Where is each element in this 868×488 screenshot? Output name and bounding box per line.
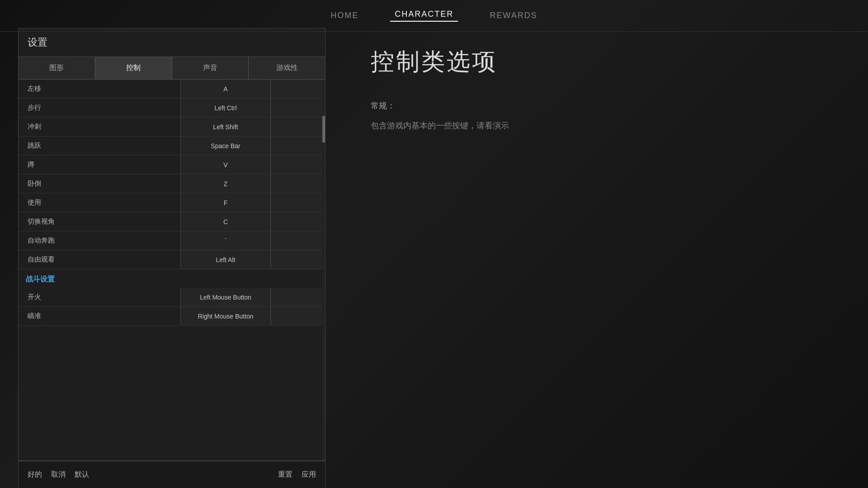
tab-audio[interactable]: 声音 — [172, 57, 249, 79]
key-primary[interactable]: Space Bar — [180, 136, 271, 155]
key-primary[interactable]: Left Shift — [180, 117, 271, 136]
bottom-right-actions: 重置 应用 — [278, 470, 316, 479]
reset-button[interactable]: 重置 — [278, 470, 292, 479]
right-section-label: 常规： — [371, 100, 823, 111]
combat-section-header: 战斗设置 — [19, 269, 325, 288]
keybind-row-toggle-view: 切换视角 C — [19, 212, 325, 231]
key-primary[interactable]: A — [180, 80, 271, 98]
key-secondary[interactable] — [271, 155, 325, 174]
action-label: 步行 — [19, 103, 180, 112]
keybind-row-crouch: 蹲 V — [19, 155, 325, 174]
right-description: 包含游戏内基本的一些按键，请看演示 — [371, 118, 823, 133]
key-primary[interactable]: Z — [180, 174, 271, 193]
settings-panel: 设置 图形 控制 声音 游戏性 左移 A 步行 Left Ctrl 冲刺 Lef… — [18, 28, 326, 461]
keybind-row-use: 使用 F — [19, 193, 325, 212]
key-primary[interactable]: V — [180, 155, 271, 174]
key-secondary[interactable] — [271, 250, 325, 269]
key-secondary[interactable] — [271, 99, 325, 117]
right-panel-title: 控制类选项 — [371, 46, 823, 78]
bottom-left-actions: 好的 取消 默认 — [28, 470, 89, 479]
key-primary[interactable]: C — [180, 212, 271, 231]
action-label: 卧倒 — [19, 179, 180, 188]
settings-title: 设置 — [19, 28, 325, 57]
action-label: 使用 — [19, 198, 180, 207]
keybind-row-free-look: 自由观看 Left Alt — [19, 250, 325, 269]
cancel-button[interactable]: 取消 — [51, 470, 66, 479]
keybind-row-jump: 跳跃 Space Bar — [19, 136, 325, 155]
key-secondary[interactable] — [271, 288, 325, 306]
right-panel: 控制类选项 常规： 包含游戏内基本的一些按键，请看演示 — [344, 28, 850, 488]
keybind-row-sprint: 冲刺 Left Shift — [19, 117, 325, 136]
tab-graphics[interactable]: 图形 — [19, 57, 95, 79]
default-button[interactable]: 默认 — [75, 470, 89, 479]
keybind-row-prone: 卧倒 Z — [19, 174, 325, 193]
action-label: 自动奔跑 — [19, 236, 180, 245]
action-label: 开火 — [19, 293, 180, 301]
key-primary[interactable]: Left Mouse Button — [180, 288, 271, 306]
key-secondary[interactable] — [271, 193, 325, 212]
tab-gameplay[interactable]: 游戏性 — [249, 57, 325, 79]
action-label: 自由观看 — [19, 255, 180, 264]
nav-home[interactable]: HOME — [326, 11, 363, 20]
tab-row: 图形 控制 声音 游戏性 — [19, 57, 325, 80]
keybind-row-move-left: 左移 A — [19, 80, 325, 99]
action-label: 左移 — [19, 84, 180, 93]
keybind-list[interactable]: 左移 A 步行 Left Ctrl 冲刺 Left Shift 跳跃 Space… — [19, 80, 325, 460]
keybind-row-auto-run: 自动奔跑 ` — [19, 231, 325, 250]
nav-rewards[interactable]: REWARDS — [485, 11, 542, 20]
keybind-row-fire: 开火 Left Mouse Button — [19, 288, 325, 307]
key-primary[interactable]: F — [180, 193, 271, 212]
key-secondary[interactable] — [271, 117, 325, 136]
key-secondary[interactable] — [271, 80, 325, 98]
action-label: 冲刺 — [19, 122, 180, 131]
action-label: 蹲 — [19, 160, 180, 169]
key-primary[interactable]: Right Mouse Button — [180, 307, 271, 325]
apply-button[interactable]: 应用 — [302, 470, 316, 479]
ok-button[interactable]: 好的 — [28, 470, 42, 479]
key-primary[interactable]: Left Alt — [180, 250, 271, 269]
bottom-bar: 好的 取消 默认 重置 应用 — [18, 461, 326, 488]
nav-character[interactable]: CHARACTER — [390, 9, 458, 22]
key-secondary[interactable] — [271, 212, 325, 231]
key-secondary[interactable] — [271, 174, 325, 193]
key-primary[interactable]: Left Ctrl — [180, 99, 271, 117]
key-primary[interactable]: ` — [180, 231, 271, 250]
key-secondary[interactable] — [271, 307, 325, 325]
key-secondary[interactable] — [271, 231, 325, 250]
top-nav: HOME CHARACTER REWARDS — [0, 0, 868, 32]
key-secondary[interactable] — [271, 136, 325, 155]
action-label: 跳跃 — [19, 141, 180, 150]
keybind-row-aim: 瞄准 Right Mouse Button — [19, 307, 325, 326]
action-label: 切换视角 — [19, 217, 180, 226]
tab-controls[interactable]: 控制 — [95, 57, 172, 79]
keybind-row-walk: 步行 Left Ctrl — [19, 99, 325, 117]
action-label: 瞄准 — [19, 312, 180, 320]
